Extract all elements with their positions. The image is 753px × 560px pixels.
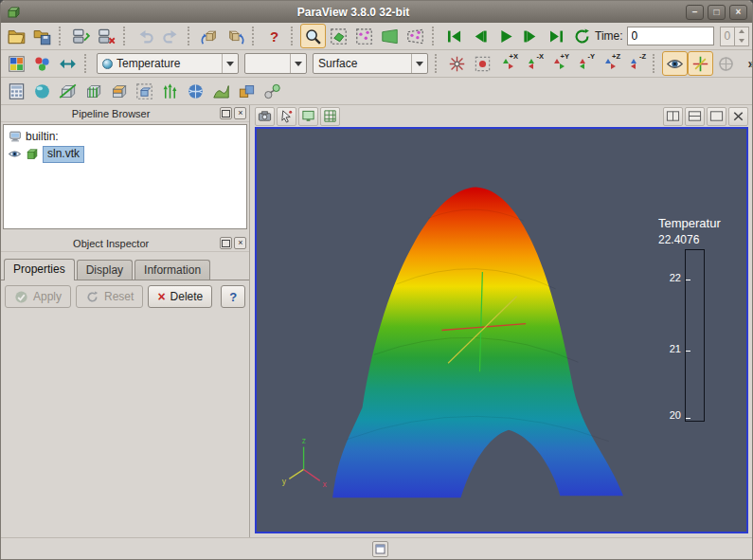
help-icon: ? xyxy=(229,291,237,303)
extract-subset-filter-button[interactable] xyxy=(132,79,157,103)
camera-minus-x-button[interactable]: -X xyxy=(521,51,547,76)
close-button[interactable]: × xyxy=(729,5,747,20)
reset-arrow-icon xyxy=(85,290,99,304)
group-datasets-filter-button[interactable] xyxy=(234,79,260,103)
apply-check-icon xyxy=(14,290,28,304)
camera-plus-y-button[interactable]: +Y xyxy=(547,51,572,76)
close-dock-button[interactable]: × xyxy=(234,237,246,249)
magnifier-icon xyxy=(304,27,322,45)
view-pointer-button[interactable] xyxy=(277,107,296,126)
rescale-range-button[interactable] xyxy=(55,51,81,76)
minimize-button[interactable]: – xyxy=(686,5,704,20)
variable-palette-button[interactable] xyxy=(4,51,29,76)
pipeline-dock-titlebar[interactable]: Pipeline Browser × xyxy=(1,105,249,122)
view-camera-button[interactable] xyxy=(255,107,275,126)
select-cells-on-button[interactable] xyxy=(326,24,351,48)
extract-level-filter-button[interactable] xyxy=(260,79,285,103)
interact-mode-button[interactable] xyxy=(300,24,326,48)
pick-center-button[interactable] xyxy=(713,51,739,76)
camera-minus-y-button[interactable]: -Y xyxy=(572,51,598,76)
reset-camera-button[interactable] xyxy=(444,51,470,76)
dropdown-arrow-icon xyxy=(411,54,427,73)
tab-display[interactable]: Display xyxy=(77,260,133,280)
connect-server-button[interactable] xyxy=(68,24,94,48)
render-viewport[interactable]: z y x Temperatur 22.4076 22 21 20 xyxy=(255,127,748,533)
camera-undo-button[interactable] xyxy=(197,24,223,48)
tab-properties[interactable]: Properties xyxy=(4,259,75,280)
float-dock-button[interactable] xyxy=(220,237,232,249)
apply-button[interactable]: Apply xyxy=(5,285,71,308)
contour-filter-button[interactable] xyxy=(29,79,55,103)
stream-tracer-filter-button[interactable] xyxy=(183,79,208,103)
loop-button[interactable] xyxy=(569,24,595,48)
split-horizontal-button[interactable] xyxy=(663,107,683,126)
frame-spinbox[interactable]: 0 xyxy=(720,27,750,46)
delete-button[interactable]: × Delete xyxy=(148,285,212,308)
help-button-toolbar[interactable]: ? xyxy=(261,24,287,48)
calculator-filter-button[interactable] xyxy=(4,79,29,103)
camera-plus-z-button[interactable]: +Z xyxy=(598,51,623,76)
pipeline-source-row[interactable]: sln.vtk xyxy=(4,145,246,163)
pipeline-server-row[interactable]: builtin: xyxy=(4,127,246,145)
close-dock-button[interactable]: × xyxy=(234,107,246,119)
split-vertical-button[interactable] xyxy=(685,107,705,126)
spin-down-icon[interactable] xyxy=(735,36,748,45)
undo-button[interactable] xyxy=(133,24,158,48)
source-label[interactable]: sln.vtk xyxy=(43,146,84,163)
toolbar-overflow-button[interactable]: » xyxy=(739,51,753,76)
slice-filter-button[interactable] xyxy=(81,79,106,103)
select-cells-through-button[interactable] xyxy=(377,24,403,48)
float-dock-button[interactable] xyxy=(220,107,232,119)
threshold-filter-button[interactable] xyxy=(106,79,132,103)
inspector-tabs: Properties Display Information xyxy=(1,252,249,280)
clip-filter-button[interactable] xyxy=(55,79,81,103)
spin-up-icon[interactable] xyxy=(735,27,748,37)
pipeline-tree[interactable]: builtin: sln.vtk xyxy=(3,124,247,229)
camera-redo-button[interactable] xyxy=(223,24,248,48)
play-button[interactable] xyxy=(493,24,518,48)
loop-icon xyxy=(573,27,591,45)
representation-dropdown[interactable]: Surface xyxy=(313,53,428,74)
axis-button-label: +Z xyxy=(612,52,620,61)
calculator-icon xyxy=(8,82,26,100)
color-legend[interactable]: Temperatur 22.4076 22 21 20 xyxy=(658,216,742,422)
pipeline-dock-title: Pipeline Browser xyxy=(4,108,218,119)
legend-color-bar xyxy=(685,249,705,422)
first-frame-button[interactable] xyxy=(441,24,467,48)
edit-color-map-button[interactable] xyxy=(29,51,55,76)
zoom-to-data-button[interactable] xyxy=(470,51,495,76)
camera-plus-x-button[interactable]: +X xyxy=(495,51,521,76)
save-data-button[interactable] xyxy=(29,24,55,48)
show-orientation-axes-button[interactable] xyxy=(662,51,688,76)
show-center-axes-button[interactable] xyxy=(688,51,713,76)
glyph-filter-button[interactable] xyxy=(157,79,183,103)
spin-arrows[interactable] xyxy=(734,27,748,45)
inspector-help-button[interactable]: ? xyxy=(221,285,245,308)
titlebar[interactable]: ParaView 3.8.0 32-bit – □ × xyxy=(1,1,752,23)
inspector-dock-titlebar[interactable]: Object Inspector × xyxy=(1,235,249,252)
reset-button[interactable]: Reset xyxy=(76,285,143,308)
time-input[interactable] xyxy=(627,27,714,45)
next-frame-button[interactable] xyxy=(518,24,544,48)
redo-button[interactable] xyxy=(158,24,184,48)
component-dropdown[interactable] xyxy=(244,53,307,74)
open-file-button[interactable] xyxy=(4,24,29,48)
maximize-button[interactable]: □ xyxy=(708,5,726,20)
last-frame-button[interactable] xyxy=(544,24,569,48)
warp-vector-filter-button[interactable] xyxy=(208,79,234,103)
select-points-through-button[interactable] xyxy=(403,24,428,48)
view-render-button[interactable] xyxy=(298,107,318,126)
tab-information[interactable]: Information xyxy=(134,260,210,280)
color-array-dropdown[interactable]: Temperature xyxy=(97,53,239,74)
select-points-on-button[interactable] xyxy=(351,24,377,48)
main-area: Pipeline Browser × builtin: sln.vtk xyxy=(1,105,752,537)
disconnect-server-button[interactable] xyxy=(94,24,119,48)
view-grid-button[interactable] xyxy=(320,107,340,126)
camera-minus-z-button[interactable]: -Z xyxy=(623,51,649,76)
close-view-button[interactable] xyxy=(728,107,748,126)
previous-frame-button[interactable] xyxy=(467,24,493,48)
progress-abort-button[interactable] xyxy=(372,541,388,557)
maximize-view-button[interactable] xyxy=(707,107,726,126)
toolbar-separator xyxy=(123,27,129,45)
visibility-eye-icon[interactable] xyxy=(8,147,22,161)
